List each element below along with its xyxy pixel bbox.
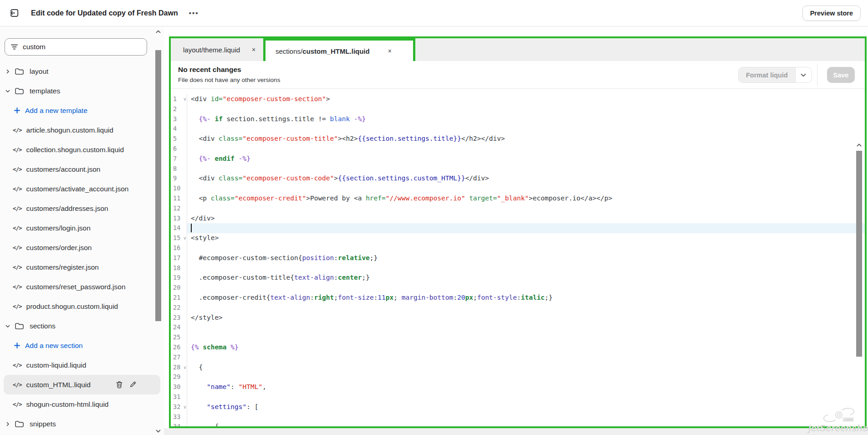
code-line-27[interactable]: 27 [171, 353, 865, 363]
line-content[interactable] [187, 303, 865, 313]
fold-toggle-icon[interactable]: ∨ [184, 402, 186, 412]
line-content[interactable] [187, 164, 865, 174]
file-custom-liquid-liquid[interactable]: </>custom-liquid.liquid [0, 355, 155, 375]
close-icon[interactable]: × [252, 46, 255, 53]
line-content[interactable] [187, 353, 865, 363]
line-content[interactable] [187, 124, 865, 134]
code-line-5[interactable]: 5 <div class="ecomposer-custom-title"><h… [171, 134, 865, 144]
code-line-31[interactable]: 31 [171, 392, 865, 402]
code-editor[interactable]: 1∨<div id="ecomposer-custom-section">23 … [171, 89, 865, 426]
editor-scrollbar-thumb[interactable] [856, 151, 862, 357]
line-content[interactable] [187, 204, 865, 214]
file-customers-register-json[interactable]: </>customers/register.json [0, 257, 155, 277]
close-icon[interactable]: × [388, 48, 392, 54]
line-content[interactable]: </div> [187, 214, 865, 224]
folder-sections[interactable]: sections [0, 316, 155, 336]
code-line-16[interactable]: 16 [171, 243, 865, 253]
code-line-33[interactable]: 33 [171, 412, 865, 422]
folder-templates[interactable]: templates [0, 81, 155, 101]
file-customers-reset-password-json[interactable]: </>customers/reset_password.json [0, 277, 155, 297]
code-line-13[interactable]: 13</div> [171, 214, 865, 224]
folder-layout[interactable]: layout [0, 61, 155, 81]
line-content[interactable]: <p class="ecomposer-credit">Powered by <… [187, 194, 865, 204]
file-customers-addresses-json[interactable]: </>customers/addresses.json [0, 199, 155, 218]
code-line-3[interactable]: 3 {%- if section.settings.title != blank… [171, 114, 865, 124]
code-line-2[interactable]: 2 [171, 104, 865, 114]
line-content[interactable] [187, 104, 865, 114]
fold-toggle-icon[interactable]: ∨ [184, 233, 186, 243]
line-content[interactable]: <style> [187, 233, 865, 243]
line-content[interactable]: "name": "HTML", [187, 382, 865, 392]
line-content[interactable] [187, 412, 865, 422]
line-content[interactable]: #ecomposer-custom-section{position:relat… [187, 253, 865, 263]
sidebar-scrollbar-thumb[interactable] [155, 50, 161, 321]
chevron-right-icon[interactable] [5, 421, 10, 427]
code-line-24[interactable]: 24 [171, 322, 865, 333]
code-line-11[interactable]: 11 <p class="ecomposer-credit">Powered b… [171, 194, 865, 204]
line-content[interactable] [187, 184, 865, 194]
code-line-22[interactable]: 22 [171, 303, 865, 313]
line-content[interactable]: .ecomposer-credit{text-align:right;font-… [187, 293, 865, 303]
code-line-9[interactable]: 9 <div class="ecomposer-custom-code">{{s… [171, 174, 865, 184]
code-line-1[interactable]: 1∨<div id="ecomposer-custom-section"> [171, 94, 865, 104]
line-content[interactable]: {%- endif -%} [187, 154, 865, 164]
file-shogun-custom-html-liquid[interactable]: </>shogun-custom-html.liquid [0, 394, 155, 414]
line-content[interactable]: <div class="ecomposer-custom-title"><h2>… [187, 134, 865, 144]
scroll-down-icon[interactable] [155, 428, 162, 434]
exit-editor-button[interactable] [7, 6, 21, 20]
action-add-a-new-section[interactable]: Add a new section [0, 336, 155, 355]
code-line-25[interactable]: 25 [171, 333, 865, 343]
file-customers-account-json[interactable]: </>customers/account.json [0, 159, 155, 179]
code-line-7[interactable]: 7 {%- endif -%} [171, 154, 865, 164]
folder-snippets[interactable]: snippets [0, 414, 155, 434]
code-line-14[interactable]: 14 [171, 223, 865, 233]
code-line-30[interactable]: 30 "name": "HTML", [171, 382, 865, 392]
line-content[interactable]: <div class="ecomposer-custom-code">{{sec… [187, 174, 865, 184]
fold-toggle-icon[interactable]: ∨ [184, 94, 186, 104]
format-options-dropdown[interactable] [795, 67, 812, 82]
line-content[interactable]: </style> [187, 313, 865, 323]
code-line-20[interactable]: 20 [171, 283, 865, 293]
code-line-19[interactable]: 19 .ecomposer-custom-title{text-align:ce… [171, 273, 865, 283]
search-input[interactable] [23, 43, 132, 51]
line-content[interactable]: "settings": [ [187, 402, 865, 412]
line-content[interactable]: <div id="ecomposer-custom-section"> [187, 94, 865, 104]
line-content[interactable] [187, 322, 865, 333]
line-content[interactable] [187, 372, 865, 382]
line-content[interactable]: { [187, 422, 865, 426]
line-content[interactable]: {% schema %} [187, 343, 865, 353]
file-collection-shogun-custom-liquid[interactable]: </>collection.shogun.custom.liquid [0, 140, 155, 159]
line-content[interactable]: { [187, 363, 865, 373]
tab-layout-theme[interactable]: layout/theme.liquid × [175, 38, 266, 61]
line-content[interactable] [187, 392, 865, 402]
file-search-box[interactable] [5, 38, 147, 56]
code-line-18[interactable]: 18 [171, 263, 865, 273]
code-line-10[interactable]: 10 [171, 184, 865, 194]
scroll-up-icon[interactable] [856, 142, 863, 148]
file-customers-activate-account-json[interactable]: </>customers/activate_account.json [0, 179, 155, 199]
scroll-up-icon[interactable] [155, 28, 162, 35]
editor-scrollbar[interactable] [856, 142, 863, 426]
code-line-32[interactable]: 32∨ "settings": [ [171, 402, 865, 412]
code-line-23[interactable]: 23</style> [171, 313, 865, 323]
format-liquid-label[interactable]: Format liquid [739, 67, 795, 82]
code-line-15[interactable]: 15∨<style> [171, 233, 865, 243]
file-article-shogun-custom-liquid[interactable]: </>article.shogun.custom.liquid [0, 120, 155, 140]
code-line-12[interactable]: 12 [171, 204, 865, 214]
line-content[interactable] [187, 263, 865, 273]
chevron-down-icon[interactable] [5, 323, 10, 329]
code-line-34[interactable]: 34 { [171, 422, 865, 426]
rename-file-icon[interactable] [129, 381, 137, 389]
fold-toggle-icon[interactable]: ∨ [184, 363, 186, 373]
code-line-21[interactable]: 21 .ecomposer-credit{text-align:right;fo… [171, 293, 865, 303]
chevron-right-icon[interactable] [5, 69, 10, 74]
code-line-26[interactable]: 26{% schema %} [171, 343, 865, 353]
code-line-6[interactable]: 6 [171, 144, 865, 154]
file-custom-html-liquid[interactable]: </>custom_HTML.liquid [4, 375, 160, 394]
code-line-29[interactable]: 29 [171, 372, 865, 382]
delete-file-icon[interactable] [116, 381, 123, 389]
sidebar-scrollbar[interactable] [155, 28, 162, 435]
file-customers-login-json[interactable]: </>customers/login.json [0, 218, 155, 238]
line-content[interactable] [187, 283, 865, 293]
more-options-icon[interactable]: ••• [188, 9, 200, 17]
